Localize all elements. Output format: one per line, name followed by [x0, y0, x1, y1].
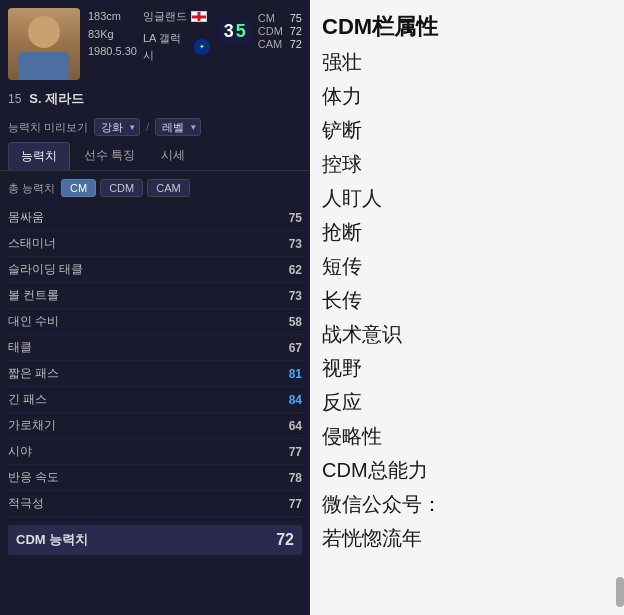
stat-name-7: 긴 패스	[8, 391, 47, 408]
club-text: LA 갤럭시	[143, 30, 190, 65]
pos-rating-cam: CAM 72	[258, 38, 302, 50]
stat-value-5: 67	[274, 341, 302, 355]
pos-rating-cm: CM 75	[258, 12, 302, 24]
overall-right: 5	[236, 21, 246, 42]
player-header: 183cm 83Kg 1980.5.30 잉글랜드 LA 갤럭시 ✦	[0, 0, 310, 86]
pos-btn-cam[interactable]: CAM	[147, 179, 189, 197]
right-line-9: 战术意识	[322, 317, 612, 351]
preview-label: 능력치 미리보기	[8, 120, 88, 135]
stats-list: 몸싸움 75 스태미너 73 슬라이딩 태클 62 볼 컨트롤 73 대인 수비…	[0, 201, 310, 521]
stat-row-10: 반응 속도 78	[8, 465, 302, 491]
stat-name-5: 태클	[8, 339, 32, 356]
stat-row-0: 몸싸움 75	[8, 205, 302, 231]
stat-row-4: 대인 수비 58	[8, 309, 302, 335]
right-line-7: 短传	[322, 249, 612, 283]
position-filter: 총 능력치 CM CDM CAM	[0, 171, 310, 201]
stat-row-2: 슬라이딩 태클 62	[8, 257, 302, 283]
pos-label-cam: CAM	[258, 38, 286, 50]
stat-name-3: 볼 컨트롤	[8, 287, 59, 304]
tab-body-label: 시세	[161, 148, 185, 162]
cdm-total-value: 72	[276, 531, 294, 549]
pos-btn-cm[interactable]: CM	[61, 179, 96, 197]
stat-row-7: 긴 패스 84	[8, 387, 302, 413]
stat-row-9: 시야 77	[8, 439, 302, 465]
level-dropdown-wrapper[interactable]: 레벨 ▼	[155, 118, 201, 136]
stat-name-8: 가로채기	[8, 417, 56, 434]
stat-name-10: 반응 속도	[8, 469, 59, 486]
right-line-11: 反应	[322, 385, 612, 419]
avatar-image	[8, 8, 80, 80]
position-filter-label: 총 능력치	[8, 181, 55, 196]
stat-value-4: 58	[274, 315, 302, 329]
player-info-top: 183cm 83Kg 1980.5.30 잉글랜드 LA 갤럭시 ✦	[88, 8, 210, 65]
player-number: 15	[8, 92, 21, 106]
stat-row-5: 태클 67	[8, 335, 302, 361]
pos-value-cdm: 72	[290, 25, 302, 37]
cdm-total-label: CDM 능력치	[16, 531, 88, 549]
stat-name-6: 짧은 패스	[8, 365, 59, 382]
overall-badge: 3 5	[218, 19, 252, 44]
stat-value-2: 62	[274, 263, 302, 277]
tab-player-trait[interactable]: 선수 특징	[72, 142, 147, 170]
ratings-section: 3 5 CM 75 CDM 72 CAM 72	[218, 12, 302, 50]
stat-row-1: 스태미너 73	[8, 231, 302, 257]
player-name: S. 제라드	[29, 90, 84, 108]
tabs-row: 능력치 선수 특징 시세	[0, 142, 310, 171]
club-icon: ✦	[194, 39, 209, 55]
tab-ability[interactable]: 능력치	[8, 142, 70, 170]
right-line-1: 强壮	[322, 45, 612, 79]
cdm-total-row: CDM 능력치 72	[8, 525, 302, 555]
player-number-section: 15 S. 제라드	[0, 86, 310, 112]
right-line-0: CDM栏属性	[322, 8, 612, 45]
height: 183cm	[88, 8, 137, 26]
tab-body[interactable]: 시세	[149, 142, 197, 170]
right-line-10: 视野	[322, 351, 612, 385]
stat-value-3: 73	[274, 289, 302, 303]
pos-value-cam: 72	[290, 38, 302, 50]
stat-name-1: 스태미너	[8, 235, 56, 252]
weight: 83Kg	[88, 26, 137, 44]
stat-value-11: 77	[274, 497, 302, 511]
stat-row-8: 가로채기 64	[8, 413, 302, 439]
pos-label-cdm: CDM	[258, 25, 286, 37]
level-dropdown[interactable]: 레벨	[155, 118, 201, 136]
right-line-3: 铲断	[322, 113, 612, 147]
right-line-4: 控球	[322, 147, 612, 181]
right-text-content: CDM栏属性 强壮 体力 铲断 控球 人盯人 抢断 短传 长传 战术意识 视野 …	[322, 8, 612, 555]
stat-value-9: 77	[274, 445, 302, 459]
right-line-8: 长传	[322, 283, 612, 317]
controls-row: 능력치 미리보기 강화 ▼ / 레벨 ▼	[0, 112, 310, 142]
right-line-6: 抢断	[322, 215, 612, 249]
separator: /	[146, 121, 149, 133]
right-line-14: 微信公众号：	[322, 487, 612, 521]
stat-value-1: 73	[274, 237, 302, 251]
stat-row-6: 짧은 패스 81	[8, 361, 302, 387]
nationality-row: 잉글랜드	[143, 8, 210, 26]
stat-name-4: 대인 수비	[8, 313, 59, 330]
right-line-2: 体力	[322, 79, 612, 113]
stat-value-6: 81	[274, 367, 302, 381]
club-row: LA 갤럭시 ✦	[143, 30, 210, 65]
stat-row-3: 볼 컨트롤 73	[8, 283, 302, 309]
scrollbar-thumb[interactable]	[616, 577, 624, 607]
stat-value-10: 78	[274, 471, 302, 485]
tab-player-trait-label: 선수 특징	[84, 148, 135, 162]
strengthen-dropdown-wrapper[interactable]: 강화 ▼	[94, 118, 140, 136]
overall-left: 3	[224, 21, 234, 42]
position-ratings: CM 75 CDM 72 CAM 72	[258, 12, 302, 50]
tab-ability-label: 능력치	[21, 149, 57, 163]
overall-numbers: 3 5	[224, 21, 246, 42]
stat-name-0: 몸싸움	[8, 209, 44, 226]
right-panel: CDM栏属性 强壮 体力 铲断 控球 人盯人 抢断 短传 长传 战术意识 视野 …	[310, 0, 624, 615]
strengthen-dropdown[interactable]: 강화	[94, 118, 140, 136]
stat-name-11: 적극성	[8, 495, 44, 512]
nationality-text: 잉글랜드	[143, 8, 187, 26]
pos-label-cm: CM	[258, 12, 286, 24]
right-line-5: 人盯人	[322, 181, 612, 215]
player-avatar	[8, 8, 80, 80]
pos-btn-cdm[interactable]: CDM	[100, 179, 143, 197]
player-club-info: 잉글랜드 LA 갤럭시 ✦	[143, 8, 210, 65]
stat-name-2: 슬라이딩 태클	[8, 261, 83, 278]
left-panel: 183cm 83Kg 1980.5.30 잉글랜드 LA 갤럭시 ✦	[0, 0, 310, 615]
stat-value-0: 75	[274, 211, 302, 225]
